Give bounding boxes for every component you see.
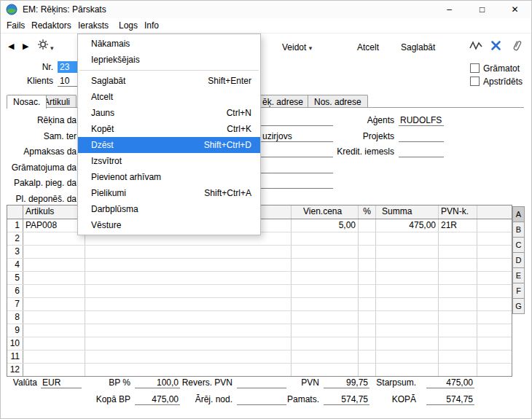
tab-rek-adrese[interactable]: ēķ. adrese bbox=[256, 95, 310, 108]
menubar-item-redaktors[interactable]: Redaktors bbox=[28, 18, 74, 33]
cell-procenti[interactable] bbox=[359, 232, 376, 245]
cell-summa[interactable] bbox=[376, 246, 439, 258]
cell-procenti[interactable] bbox=[359, 364, 376, 376]
row-number[interactable]: 10 bbox=[7, 337, 23, 350]
cell-pvnk[interactable] bbox=[439, 246, 477, 258]
cell-procenti[interactable] bbox=[359, 285, 376, 297]
menu-item-dzest[interactable]: DzēstShift+Ctrl+D bbox=[78, 137, 260, 153]
cell-apraksts[interactable] bbox=[85, 285, 292, 297]
cell-summa[interactable] bbox=[376, 311, 439, 324]
cell-procenti[interactable] bbox=[359, 298, 376, 310]
cell-artikuls[interactable] bbox=[23, 364, 85, 376]
cell-pvnk[interactable] bbox=[439, 311, 477, 324]
kredit-iemesls-field[interactable] bbox=[399, 146, 444, 157]
cell-summa[interactable] bbox=[376, 259, 439, 271]
row-number[interactable]: 7 bbox=[7, 298, 23, 310]
kopa-field[interactable]: 574,75 bbox=[426, 393, 474, 405]
maximize-button[interactable]: □ bbox=[466, 1, 498, 18]
cell-procenti[interactable] bbox=[359, 311, 376, 324]
atcelt-button[interactable]: Atcelt bbox=[357, 42, 379, 53]
row-number[interactable]: 12 bbox=[7, 364, 23, 376]
close-button[interactable]: ✕ bbox=[498, 1, 531, 18]
bp-field[interactable]: 100,0 bbox=[135, 377, 180, 388]
cell-viencena[interactable] bbox=[292, 272, 359, 284]
mid-field-4[interactable] bbox=[261, 162, 333, 173]
cell-procenti[interactable] bbox=[359, 259, 376, 271]
cell-summa[interactable] bbox=[376, 324, 439, 337]
cell-artikuls[interactable] bbox=[23, 337, 85, 350]
cell-viencena[interactable] bbox=[292, 311, 359, 324]
gramatot-checkbox[interactable]: Grāmatot bbox=[470, 63, 520, 74]
mid-field-5[interactable] bbox=[261, 177, 333, 189]
row-number[interactable]: 9 bbox=[7, 324, 23, 337]
cell-viencena[interactable] bbox=[292, 246, 359, 258]
row-number[interactable]: 11 bbox=[7, 351, 23, 363]
cell-summa[interactable] bbox=[376, 285, 439, 297]
minimize-button[interactable]: – bbox=[433, 1, 466, 18]
cell-apraksts[interactable] bbox=[85, 351, 292, 363]
cell-summa[interactable] bbox=[376, 272, 439, 284]
cell-procenti[interactable] bbox=[359, 351, 376, 363]
menu-item-vesture[interactable]: Vēsture bbox=[78, 217, 260, 233]
menubar-item-logs[interactable]: Logs bbox=[116, 18, 141, 33]
flip-tab-d[interactable]: D bbox=[512, 253, 525, 268]
menu-item-iepriekssejais[interactable]: Iepriekšējais bbox=[78, 52, 260, 68]
cell-artikuls[interactable] bbox=[23, 232, 85, 245]
flip-tab-e[interactable]: E bbox=[512, 268, 525, 283]
menu-item-pievienot-arhivam[interactable]: Pievienot arhīvam bbox=[78, 169, 260, 185]
cell-viencena[interactable] bbox=[292, 337, 359, 350]
cell-pvnk[interactable] bbox=[439, 364, 477, 376]
row-number[interactable]: 8 bbox=[7, 311, 23, 324]
cell-procenti[interactable] bbox=[359, 246, 376, 258]
cell-artikuls[interactable]: PAP008 bbox=[23, 219, 85, 232]
cell-apraksts[interactable] bbox=[85, 298, 292, 310]
nav-back-button[interactable]: ◀ bbox=[8, 40, 14, 52]
cell-viencena[interactable] bbox=[292, 351, 359, 363]
row-number[interactable]: 4 bbox=[7, 259, 23, 271]
cell-artikuls[interactable] bbox=[23, 311, 85, 324]
projekts-field[interactable] bbox=[399, 130, 444, 142]
menubar-item-info[interactable]: Info bbox=[141, 18, 162, 33]
agents-field[interactable]: RUDOLFS bbox=[399, 114, 444, 126]
menubar-item-ieraksts[interactable]: Ieraksts bbox=[75, 18, 112, 33]
cell-procenti[interactable] bbox=[359, 324, 376, 337]
cell-artikuls[interactable] bbox=[23, 246, 85, 258]
cell-pvnk[interactable] bbox=[439, 285, 477, 297]
pvn-field[interactable]: 99,75 bbox=[324, 377, 369, 388]
cell-viencena[interactable] bbox=[292, 259, 359, 271]
cell-artikuls[interactable] bbox=[23, 298, 85, 310]
cell-pvnk[interactable] bbox=[439, 351, 477, 363]
cell-procenti[interactable] bbox=[359, 337, 376, 350]
menubar-item-fails[interactable]: Fails bbox=[4, 18, 28, 33]
kopa-bp-field[interactable]: 475,00 bbox=[135, 393, 180, 405]
flip-tab-g[interactable]: G bbox=[512, 299, 525, 314]
cell-viencena[interactable] bbox=[292, 324, 359, 337]
row-number[interactable]: 5 bbox=[7, 272, 23, 284]
cell-summa[interactable] bbox=[376, 364, 439, 376]
menu-item-jauns[interactable]: JaunsCtrl+N bbox=[78, 105, 260, 121]
cell-apraksts[interactable] bbox=[85, 259, 292, 271]
cell-summa[interactable] bbox=[376, 232, 439, 245]
cell-summa[interactable] bbox=[376, 337, 439, 350]
menu-item-atcelt[interactable]: Atcelt bbox=[78, 89, 260, 105]
cell-apraksts[interactable] bbox=[85, 272, 292, 284]
cell-pvnk[interactable] bbox=[439, 232, 477, 245]
cell-summa[interactable] bbox=[376, 351, 439, 363]
cell-apraksts[interactable] bbox=[85, 364, 292, 376]
tab-nos-adrese[interactable]: Nos. adrese bbox=[308, 95, 368, 108]
flip-tab-c[interactable]: C bbox=[512, 238, 525, 253]
pamats-field[interactable]: 574,75 bbox=[324, 393, 369, 405]
row-number[interactable]: 2 bbox=[7, 232, 23, 245]
flip-tab-b[interactable]: B bbox=[512, 222, 525, 238]
apstridets-checkbox[interactable]: Apstrīdēts bbox=[470, 77, 523, 87]
cell-procenti[interactable] bbox=[359, 219, 376, 232]
cell-artikuls[interactable] bbox=[23, 272, 85, 284]
cell-pvnk[interactable] bbox=[439, 324, 477, 337]
cell-apraksts[interactable] bbox=[85, 246, 292, 258]
tab-nosac[interactable]: Nosac. bbox=[7, 95, 47, 109]
menu-item-darbplusma[interactable]: Darbplūsma bbox=[78, 201, 260, 217]
menu-item-saglabat[interactable]: SaglabātShift+Enter bbox=[78, 73, 260, 89]
cell-viencena[interactable] bbox=[292, 232, 359, 245]
menu-item-pielikumi[interactable]: PielikumiShift+Ctrl+A bbox=[78, 185, 260, 201]
veidot-button[interactable]: Veidot ▾ bbox=[282, 42, 312, 54]
